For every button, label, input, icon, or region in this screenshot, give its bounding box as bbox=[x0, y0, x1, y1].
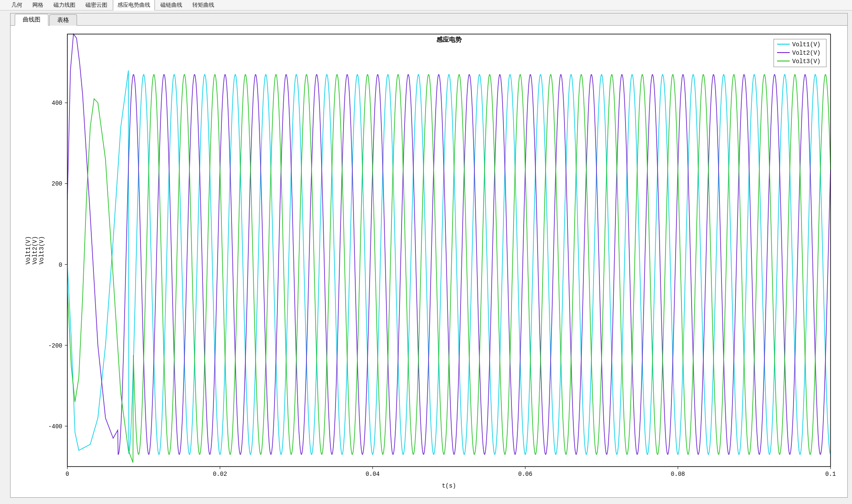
svg-text:0.1: 0.1 bbox=[825, 471, 836, 477]
top-tab-2[interactable]: 磁力线图 bbox=[49, 0, 80, 10]
sub-tab-1[interactable]: 表格 bbox=[49, 14, 77, 26]
svg-text:0: 0 bbox=[59, 262, 62, 268]
svg-text:Volt2(V): Volt2(V) bbox=[792, 50, 820, 56]
chart-title: 感应电势 bbox=[436, 36, 462, 43]
x-axis-label: t(s) bbox=[442, 483, 456, 489]
chart-area[interactable]: 00.020.040.060.080.1-400-2000200400感应电势t… bbox=[11, 26, 847, 497]
svg-text:0.04: 0.04 bbox=[365, 471, 380, 477]
svg-text:400: 400 bbox=[52, 100, 62, 106]
svg-text:200: 200 bbox=[52, 180, 62, 187]
sub-tab-0[interactable]: 曲线图 bbox=[15, 14, 48, 26]
top-tab-4[interactable]: 感应电势曲线 bbox=[113, 0, 155, 11]
sub-tab-bar: 曲线图表格 bbox=[11, 13, 847, 26]
top-tab-5[interactable]: 磁链曲线 bbox=[156, 0, 187, 10]
main-panel: 曲线图表格 00.020.040.060.080.1-400-200020040… bbox=[10, 13, 848, 498]
svg-text:-400: -400 bbox=[48, 423, 62, 430]
svg-text:Volt3(V): Volt3(V) bbox=[792, 58, 820, 65]
y-axis-label-1: Volt2(V) bbox=[32, 236, 38, 264]
svg-text:0.02: 0.02 bbox=[213, 471, 227, 477]
y-axis-label-2: Volt3(V) bbox=[38, 236, 45, 264]
top-tab-1[interactable]: 网格 bbox=[28, 0, 48, 10]
svg-text:0: 0 bbox=[66, 471, 69, 477]
top-tab-bar: 几何网格磁力线图磁密云图感应电势曲线磁链曲线转矩曲线 bbox=[0, 0, 852, 11]
legend: Volt1(V)Volt2(V)Volt3(V) bbox=[774, 39, 826, 67]
top-tab-0[interactable]: 几何 bbox=[7, 0, 27, 10]
svg-text:0.08: 0.08 bbox=[671, 471, 685, 477]
y-axis-label-0: Volt1(V) bbox=[25, 236, 32, 264]
svg-text:Volt1(V): Volt1(V) bbox=[792, 41, 820, 48]
top-tab-6[interactable]: 转矩曲线 bbox=[188, 0, 219, 10]
emf-chart[interactable]: 00.020.040.060.080.1-400-2000200400感应电势t… bbox=[11, 26, 843, 493]
svg-text:0.06: 0.06 bbox=[518, 471, 532, 477]
svg-text:-200: -200 bbox=[48, 342, 62, 349]
top-tab-3[interactable]: 磁密云图 bbox=[81, 0, 112, 10]
